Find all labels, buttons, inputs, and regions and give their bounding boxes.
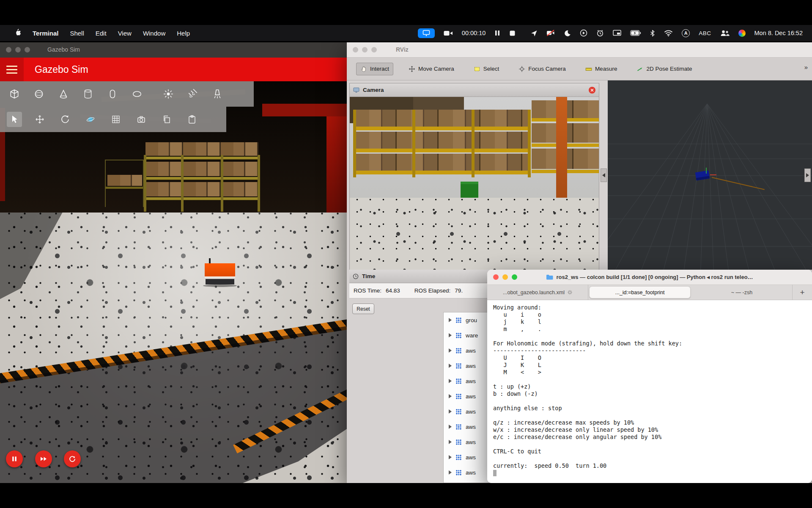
expand-caret-icon[interactable] bbox=[449, 425, 452, 429]
battery-icon[interactable] bbox=[630, 30, 641, 36]
shelf-beam bbox=[144, 157, 260, 160]
right-panel-collapse-button[interactable] bbox=[804, 168, 811, 182]
sim-step-button[interactable] bbox=[35, 450, 52, 467]
pause-icon[interactable] bbox=[494, 30, 500, 36]
chevron-left-icon bbox=[602, 173, 605, 177]
expand-caret-icon[interactable] bbox=[449, 455, 452, 459]
rviz-titlebar[interactable]: RViz bbox=[347, 42, 812, 58]
input-source-icon[interactable]: A bbox=[682, 29, 690, 37]
move-camera-tool-button[interactable]: Move Camera bbox=[404, 63, 458, 75]
grid-tool[interactable] bbox=[108, 112, 123, 127]
tab-label: ..._id:=base_footprint bbox=[615, 290, 664, 295]
sphere-tool[interactable] bbox=[31, 86, 47, 102]
menu-edit[interactable]: Edit bbox=[96, 30, 107, 37]
menu-view[interactable]: View bbox=[118, 30, 132, 37]
interact-tool-button[interactable]: Interact bbox=[356, 63, 393, 75]
pose-estimate-tool-button[interactable]: 2D Pose Estimate bbox=[632, 63, 696, 75]
point-light-tool[interactable] bbox=[161, 86, 176, 102]
video-camera-icon[interactable] bbox=[444, 30, 453, 36]
menu-bar-clock[interactable]: Mon 8. Dec 16:52 bbox=[754, 30, 803, 36]
new-tab-button[interactable]: + bbox=[793, 285, 812, 300]
expand-caret-icon[interactable] bbox=[449, 440, 452, 444]
terminal-content[interactable]: Moving around: u i o j k l m , . For Hol… bbox=[487, 300, 812, 483]
tool-label: Interact bbox=[370, 66, 389, 72]
menu-help[interactable]: Help bbox=[177, 30, 190, 37]
expand-caret-icon[interactable] bbox=[449, 318, 452, 322]
close-button[interactable] bbox=[353, 47, 358, 52]
capsule-tool[interactable] bbox=[105, 86, 120, 102]
view-control-tool[interactable] bbox=[83, 112, 98, 127]
gazebo-titlebar[interactable]: Gazebo Sim bbox=[0, 42, 347, 58]
expand-caret-icon[interactable] bbox=[449, 364, 452, 368]
select-box-icon bbox=[474, 66, 480, 72]
zoom-button[interactable] bbox=[371, 47, 377, 52]
reset-button[interactable]: Reset bbox=[352, 304, 374, 314]
select-tool[interactable] bbox=[7, 112, 22, 127]
sim-reset-button[interactable] bbox=[64, 450, 81, 467]
spot-light-tool[interactable] bbox=[210, 86, 225, 102]
menu-shell[interactable]: Shell bbox=[70, 30, 84, 37]
cylinder-tool[interactable] bbox=[80, 86, 96, 102]
color-app-icon[interactable] bbox=[738, 30, 746, 37]
menu-window[interactable]: Window bbox=[143, 30, 165, 37]
letterbox-top bbox=[0, 0, 812, 25]
minimize-button[interactable] bbox=[362, 47, 368, 52]
rotate-tool[interactable] bbox=[58, 112, 73, 127]
tab-zsh[interactable]: ~ — -zsh bbox=[691, 285, 793, 300]
directional-light-tool[interactable] bbox=[185, 86, 200, 102]
focus-moon-icon[interactable] bbox=[564, 30, 571, 37]
alarm-clock-icon[interactable] bbox=[596, 29, 604, 37]
expand-caret-icon[interactable] bbox=[449, 409, 452, 414]
close-button[interactable] bbox=[493, 274, 499, 280]
terminal-titlebar[interactable]: ros2_ws — colcon build [1/1 done] [0 ong… bbox=[487, 270, 812, 285]
screen-recording-indicator[interactable] bbox=[418, 28, 435, 38]
paste-tool[interactable] bbox=[184, 112, 200, 127]
minimize-button[interactable] bbox=[502, 274, 508, 280]
close-button[interactable] bbox=[6, 47, 11, 52]
window-title: ros2_ws — colcon build [1/1 done] [0 ong… bbox=[556, 274, 753, 280]
panel-title: Camera bbox=[363, 87, 384, 93]
toolbar-overflow-button[interactable]: » bbox=[804, 64, 808, 71]
zoom-button[interactable] bbox=[512, 274, 517, 280]
gazebo-3d-viewport[interactable] bbox=[0, 81, 347, 483]
cone-tool[interactable] bbox=[56, 86, 71, 102]
select-tool-button[interactable]: Select bbox=[469, 63, 504, 75]
stop-icon[interactable] bbox=[509, 30, 516, 36]
camera-panel-header[interactable]: Camera bbox=[350, 83, 599, 97]
tab-gazebo-launch[interactable]: ...obot_gazebo.launch.xml bbox=[487, 285, 588, 300]
camera-disabled-icon[interactable] bbox=[546, 30, 555, 36]
measure-tool-button[interactable]: Measure bbox=[581, 63, 622, 75]
model-icon bbox=[455, 454, 462, 461]
minimize-button[interactable] bbox=[15, 47, 21, 52]
bluetooth-icon[interactable] bbox=[650, 30, 655, 37]
zoom-button[interactable] bbox=[25, 47, 30, 52]
wifi-icon[interactable] bbox=[664, 30, 673, 36]
expand-caret-icon[interactable] bbox=[449, 394, 452, 398]
translate-tool[interactable] bbox=[32, 112, 47, 127]
sim-pause-button[interactable] bbox=[6, 450, 23, 467]
copy-tool[interactable] bbox=[159, 112, 174, 127]
camera-rack-right bbox=[532, 97, 599, 198]
expand-caret-icon[interactable] bbox=[449, 348, 452, 353]
screen-mirroring-icon[interactable] bbox=[613, 30, 621, 36]
box-tool[interactable] bbox=[7, 86, 22, 102]
tab-label: ...obot_gazebo.launch.xml bbox=[503, 290, 565, 295]
left-panel-collapse-button[interactable] bbox=[601, 168, 607, 182]
app-menu-terminal[interactable]: Terminal bbox=[33, 30, 58, 37]
camera-panel-close-button[interactable] bbox=[589, 87, 595, 94]
expand-caret-icon[interactable] bbox=[449, 333, 452, 337]
screenshot-tool[interactable] bbox=[134, 112, 149, 127]
apple-menu[interactable] bbox=[14, 28, 21, 38]
shelf-post bbox=[144, 155, 146, 212]
users-icon[interactable] bbox=[720, 30, 730, 36]
expand-caret-icon[interactable] bbox=[449, 379, 452, 383]
ellipsoid-tool[interactable] bbox=[129, 86, 145, 102]
tab-base-footprint[interactable]: ..._id:=base_footprint bbox=[589, 286, 691, 298]
hamburger-menu-icon[interactable] bbox=[0, 58, 24, 81]
input-source-label[interactable]: ABC bbox=[699, 30, 711, 36]
focus-camera-tool-button[interactable]: Focus Camera bbox=[514, 63, 570, 75]
tree-item-label: aws bbox=[466, 424, 476, 430]
location-icon[interactable] bbox=[530, 30, 538, 37]
expand-caret-icon[interactable] bbox=[449, 470, 452, 475]
play-circle-icon[interactable] bbox=[580, 29, 587, 37]
